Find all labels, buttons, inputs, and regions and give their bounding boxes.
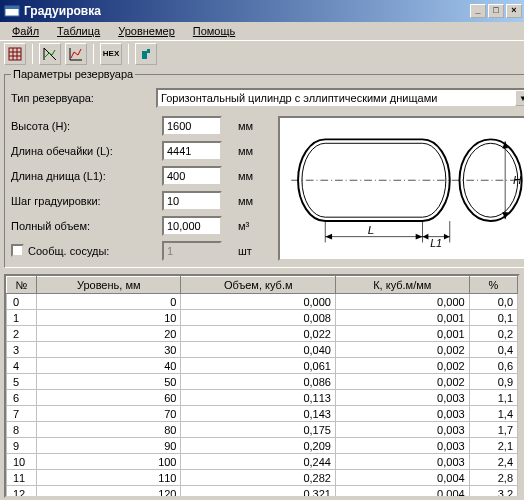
- type-value: Горизонтальный цилиндр с эллиптическими …: [161, 92, 437, 104]
- volume-label: Полный объем:: [11, 220, 156, 232]
- col-header[interactable]: №: [7, 277, 37, 294]
- table-cell: 0,002: [335, 374, 469, 390]
- menu-file[interactable]: Файл: [4, 24, 47, 40]
- menubar: Файл Таблица Уровнемер Помощь: [0, 22, 524, 40]
- table-cell: 0: [37, 294, 181, 310]
- volume-input[interactable]: [162, 216, 222, 236]
- table-cell: 0,321: [181, 486, 335, 499]
- tool-hex-icon[interactable]: HEX: [100, 43, 122, 65]
- step-unit: мм: [238, 195, 268, 207]
- connected-label: Сообщ. сосуды:: [28, 245, 109, 257]
- table-cell: 9: [7, 438, 37, 454]
- height-unit: мм: [238, 120, 268, 132]
- table-cell: 5: [7, 374, 37, 390]
- barrel-label: Длина обечайки (L):: [11, 145, 156, 157]
- table-cell: 0,143: [181, 406, 335, 422]
- table-cell: 40: [37, 358, 181, 374]
- maximize-button[interactable]: □: [488, 4, 504, 18]
- tool-chart-icon[interactable]: [39, 43, 61, 65]
- table-row[interactable]: 101000,2440,0032,4: [7, 454, 518, 470]
- data-table: №Уровень, ммОбъем, куб.мК, куб.м/мм% 000…: [6, 276, 518, 498]
- minimize-button[interactable]: _: [470, 4, 486, 18]
- connected-unit: шт: [238, 245, 268, 257]
- table-cell: 0,000: [181, 294, 335, 310]
- close-button[interactable]: ×: [506, 4, 522, 18]
- tool-sep: [128, 44, 129, 64]
- table-row[interactable]: 8800,1750,0031,7: [7, 422, 518, 438]
- table-cell: 2,8: [469, 470, 517, 486]
- table-cell: 0,040: [181, 342, 335, 358]
- chevron-down-icon[interactable]: ▼: [515, 90, 524, 106]
- table-cell: 4: [7, 358, 37, 374]
- tool-fit-icon[interactable]: [65, 43, 87, 65]
- params-legend: Параметры резервуара: [11, 68, 135, 80]
- table-cell: 70: [37, 406, 181, 422]
- table-cell: 0,2: [469, 326, 517, 342]
- col-header[interactable]: К, куб.м/мм: [335, 277, 469, 294]
- table-row[interactable]: 6600,1130,0031,1: [7, 390, 518, 406]
- col-header[interactable]: Уровень, мм: [37, 277, 181, 294]
- col-header[interactable]: Объем, куб.м: [181, 277, 335, 294]
- connected-checkbox[interactable]: [11, 244, 24, 257]
- table-cell: 0,001: [335, 310, 469, 326]
- menu-level[interactable]: Уровнемер: [110, 24, 183, 40]
- table-cell: 0,6: [469, 358, 517, 374]
- table-row[interactable]: 2200,0220,0010,2: [7, 326, 518, 342]
- svg-rect-2: [9, 48, 21, 60]
- table-cell: 0,003: [335, 438, 469, 454]
- tool-device-icon[interactable]: [135, 43, 157, 65]
- endcap-input[interactable]: [162, 166, 222, 186]
- table-cell: 0,1: [469, 310, 517, 326]
- table-cell: 0,282: [181, 470, 335, 486]
- table-cell: 50: [37, 374, 181, 390]
- table-cell: 120: [37, 486, 181, 499]
- table-cell: 0,004: [335, 470, 469, 486]
- table-cell: 0,003: [335, 390, 469, 406]
- svg-marker-15: [416, 234, 423, 240]
- step-label: Шаг градуировки:: [11, 195, 156, 207]
- table-cell: 20: [37, 326, 181, 342]
- menu-table[interactable]: Таблица: [49, 24, 108, 40]
- titlebar: Градуировка _ □ ×: [0, 0, 524, 22]
- height-input[interactable]: [162, 116, 222, 136]
- data-table-wrap[interactable]: №Уровень, ммОбъем, куб.мК, куб.м/мм% 000…: [4, 274, 520, 498]
- table-row[interactable]: 111100,2820,0042,8: [7, 470, 518, 486]
- tool-sep: [93, 44, 94, 64]
- table-cell: 10: [37, 310, 181, 326]
- toolbar: HEX: [0, 40, 524, 66]
- table-cell: 30: [37, 342, 181, 358]
- col-header[interactable]: %: [469, 277, 517, 294]
- table-cell: 0,003: [335, 454, 469, 470]
- table-cell: 1,7: [469, 422, 517, 438]
- height-label: Высота (H):: [11, 120, 156, 132]
- table-cell: 110: [37, 470, 181, 486]
- table-row[interactable]: 3300,0400,0020,4: [7, 342, 518, 358]
- tank-diagram: L L1 H: [278, 116, 524, 261]
- table-row[interactable]: 7700,1430,0031,4: [7, 406, 518, 422]
- table-row[interactable]: 9900,2090,0032,1: [7, 438, 518, 454]
- table-cell: 0,002: [335, 342, 469, 358]
- type-combo[interactable]: Горизонтальный цилиндр с эллиптическими …: [156, 88, 524, 108]
- table-cell: 90: [37, 438, 181, 454]
- table-cell: 3: [7, 342, 37, 358]
- table-cell: 3,2: [469, 486, 517, 499]
- table-cell: 6: [7, 390, 37, 406]
- table-cell: 0,003: [335, 406, 469, 422]
- table-row[interactable]: 000,0000,0000,0: [7, 294, 518, 310]
- params-fieldset: Параметры резервуара Тип резервуара: Гор…: [4, 68, 524, 268]
- step-input[interactable]: [162, 191, 222, 211]
- table-row[interactable]: 121200,3210,0043,2: [7, 486, 518, 499]
- menu-help[interactable]: Помощь: [185, 24, 244, 40]
- table-cell: 2,1: [469, 438, 517, 454]
- table-row[interactable]: 1100,0080,0010,1: [7, 310, 518, 326]
- table-cell: 0,209: [181, 438, 335, 454]
- table-cell: 8: [7, 422, 37, 438]
- tool-grid-icon[interactable]: [4, 43, 26, 65]
- app-icon: [4, 3, 20, 19]
- svg-rect-1: [5, 6, 19, 9]
- table-cell: 10: [7, 454, 37, 470]
- table-row[interactable]: 4400,0610,0020,6: [7, 358, 518, 374]
- table-cell: 1: [7, 310, 37, 326]
- barrel-input[interactable]: [162, 141, 222, 161]
- table-row[interactable]: 5500,0860,0020,9: [7, 374, 518, 390]
